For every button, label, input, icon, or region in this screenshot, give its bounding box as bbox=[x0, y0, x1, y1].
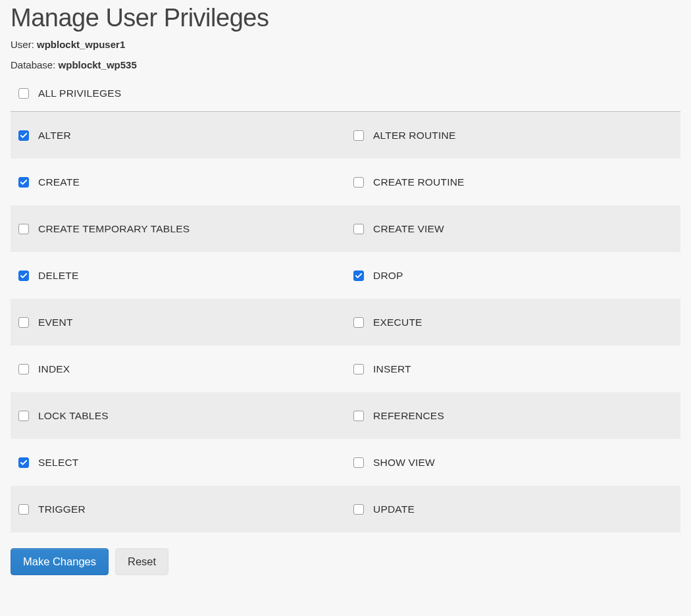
check-icon bbox=[20, 132, 27, 139]
privilege-cell-drop: DROP bbox=[346, 252, 680, 299]
privilege-cell-index: INDEX bbox=[11, 346, 346, 392]
privilege-checkbox-select[interactable] bbox=[18, 457, 29, 468]
privilege-checkbox-lock-tables[interactable] bbox=[18, 411, 29, 421]
all-privileges-row: ALL PRIVILEGES bbox=[11, 88, 680, 112]
privilege-checkbox-references[interactable] bbox=[353, 411, 364, 421]
privilege-checkbox-event[interactable] bbox=[18, 317, 29, 328]
privilege-cell-insert: INSERT bbox=[346, 346, 680, 392]
privilege-cell-alter: ALTER bbox=[11, 112, 346, 159]
privilege-checkbox-alter-routine[interactable] bbox=[353, 130, 364, 141]
database-line: Database: wpblockt_wp535 bbox=[11, 59, 680, 70]
privilege-cell-update: UPDATE bbox=[346, 486, 680, 532]
privilege-checkbox-delete[interactable] bbox=[18, 270, 29, 281]
privilege-cell-select: SELECT bbox=[11, 439, 346, 486]
all-privileges-checkbox[interactable] bbox=[18, 88, 29, 99]
privilege-label-references: REFERENCES bbox=[373, 410, 444, 422]
reset-button[interactable]: Reset bbox=[115, 548, 168, 575]
privilege-checkbox-show-view[interactable] bbox=[353, 457, 364, 468]
privilege-cell-references: REFERENCES bbox=[346, 392, 680, 439]
user-label: User: bbox=[11, 39, 34, 50]
privilege-label-select: SELECT bbox=[38, 457, 79, 469]
privilege-label-create-view: CREATE VIEW bbox=[373, 223, 444, 235]
privilege-label-event: EVENT bbox=[38, 317, 73, 328]
privilege-checkbox-create-view[interactable] bbox=[353, 224, 364, 234]
privilege-cell-alter-routine: ALTER ROUTINE bbox=[346, 112, 680, 159]
user-value: wpblockt_wpuser1 bbox=[37, 39, 125, 50]
database-value: wpblockt_wp535 bbox=[59, 59, 137, 70]
check-icon bbox=[355, 272, 362, 279]
privilege-checkbox-index[interactable] bbox=[18, 364, 29, 374]
actions-bar: Make Changes Reset bbox=[11, 548, 680, 575]
privilege-cell-trigger: TRIGGER bbox=[11, 486, 346, 532]
privilege-label-index: INDEX bbox=[38, 363, 70, 375]
privilege-checkbox-create-routine[interactable] bbox=[353, 177, 364, 188]
privilege-label-insert: INSERT bbox=[373, 363, 411, 375]
user-line: User: wpblockt_wpuser1 bbox=[11, 39, 680, 50]
check-icon bbox=[20, 272, 27, 279]
privilege-cell-show-view: SHOW VIEW bbox=[346, 439, 680, 486]
privilege-label-alter-routine: ALTER ROUTINE bbox=[373, 130, 455, 141]
privilege-label-create-routine: CREATE ROUTINE bbox=[373, 176, 465, 188]
all-privileges-label: ALL PRIVILEGES bbox=[38, 88, 121, 99]
privilege-label-update: UPDATE bbox=[373, 503, 415, 515]
privilege-checkbox-update[interactable] bbox=[353, 504, 364, 515]
privilege-label-delete: DELETE bbox=[38, 270, 79, 282]
privilege-cell-lock-tables: LOCK TABLES bbox=[11, 392, 346, 439]
check-icon bbox=[20, 179, 27, 186]
privilege-checkbox-insert[interactable] bbox=[353, 364, 364, 374]
privilege-checkbox-alter[interactable] bbox=[18, 130, 29, 141]
privilege-checkbox-create[interactable] bbox=[18, 177, 29, 188]
privilege-cell-delete: DELETE bbox=[11, 252, 346, 299]
privilege-label-execute: EXECUTE bbox=[373, 317, 422, 328]
privilege-cell-event: EVENT bbox=[11, 299, 346, 346]
privilege-cell-create-routine: CREATE ROUTINE bbox=[346, 159, 680, 205]
privilege-checkbox-create-temporary-tables[interactable] bbox=[18, 224, 29, 234]
make-changes-button[interactable]: Make Changes bbox=[11, 548, 109, 575]
database-label: Database: bbox=[11, 59, 55, 70]
privilege-label-create-temporary-tables: CREATE TEMPORARY TABLES bbox=[38, 223, 190, 235]
privilege-label-show-view: SHOW VIEW bbox=[373, 457, 435, 469]
privilege-label-alter: ALTER bbox=[38, 130, 71, 141]
privilege-label-drop: DROP bbox=[373, 270, 403, 282]
privilege-cell-create-view: CREATE VIEW bbox=[346, 205, 680, 252]
privilege-checkbox-execute[interactable] bbox=[353, 317, 364, 328]
privilege-cell-create: CREATE bbox=[11, 159, 346, 205]
privilege-checkbox-trigger[interactable] bbox=[18, 504, 29, 515]
privilege-label-create: CREATE bbox=[38, 176, 80, 188]
page-title: Manage User Privileges bbox=[11, 4, 680, 32]
privileges-grid: ALTERALTER ROUTINECREATECREATE ROUTINECR… bbox=[11, 112, 680, 532]
privilege-cell-create-temporary-tables: CREATE TEMPORARY TABLES bbox=[11, 205, 346, 252]
check-icon bbox=[20, 459, 27, 466]
privilege-label-lock-tables: LOCK TABLES bbox=[38, 410, 109, 422]
privilege-label-trigger: TRIGGER bbox=[38, 503, 86, 515]
privilege-cell-execute: EXECUTE bbox=[346, 299, 680, 346]
privilege-checkbox-drop[interactable] bbox=[353, 270, 364, 281]
